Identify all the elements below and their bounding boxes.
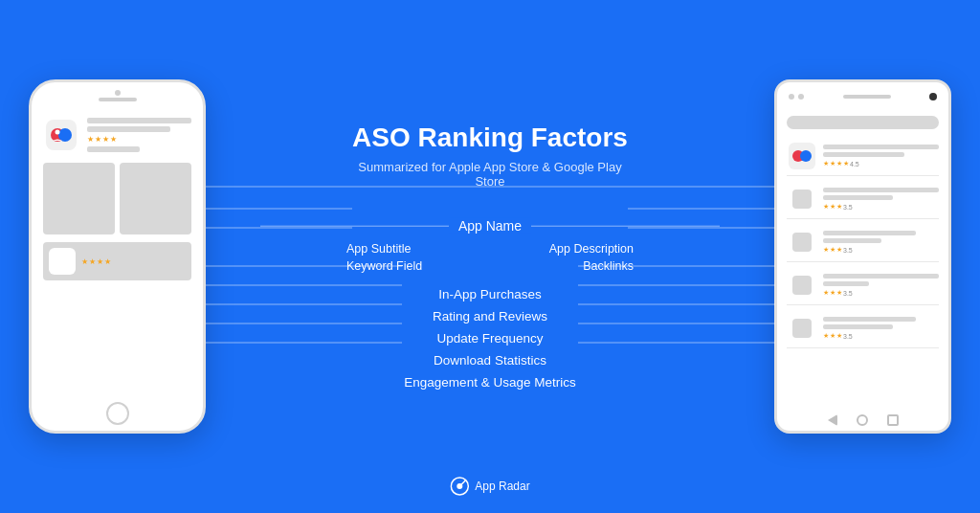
gplay-info-2: ★ ★ ★ 3.5	[823, 231, 939, 254]
android-recents-button[interactable]	[887, 414, 899, 426]
gplay-rating-text: 4.5	[850, 161, 859, 167]
rating-reviews-label: Rating and Reviews	[346, 305, 634, 325]
screenshot-1	[43, 163, 115, 234]
b1b	[823, 195, 893, 200]
ios-stars: ★ ★ ★ ★	[87, 135, 191, 144]
ios-vol-up-button	[29, 159, 31, 180]
android-home-button[interactable]	[857, 414, 868, 426]
svg-point-21	[800, 150, 812, 162]
brand-name: App Radar	[475, 480, 529, 493]
gplay-app-row-3: ★ ★ ★ 3.5	[787, 266, 939, 305]
gplay-icon-1	[787, 184, 817, 214]
stars-r1: ★ ★ ★ 3.5	[823, 203, 939, 211]
b4a	[823, 317, 916, 322]
subtitle: Summarized for Apple App Store & Google …	[346, 159, 634, 188]
s1: ★	[81, 257, 88, 266]
s3: ★	[97, 257, 103, 266]
ios-vol-down-button	[29, 186, 31, 207]
gplay-featured-info: ★ ★ ★ ★ 4.5	[823, 145, 939, 167]
ios-top-area	[99, 90, 137, 101]
b3b	[823, 281, 869, 286]
ios-app-row-1: ★ ★ ★ ★	[43, 242, 191, 280]
main-title: ASO Ranking Factors	[346, 122, 634, 154]
star-4: ★	[110, 135, 117, 144]
ios-phone-container: ★ ★ ★ ★	[29, 79, 206, 434]
gplay-app-row-4: ★ ★ ★ 3.5	[787, 309, 939, 348]
ios-home-button[interactable]	[106, 402, 129, 425]
gplay-featured-app: ★ ★ ★ ★ 4.5	[787, 137, 939, 176]
ios-power-button	[204, 159, 206, 188]
b4b	[823, 324, 893, 329]
star-3: ★	[102, 135, 109, 144]
section-info-1: ★ ★ ★ ★	[81, 249, 186, 275]
stars-r4: ★ ★ ★ 3.5	[823, 332, 939, 340]
keyword-backlinks-row: Keyword Field Backlinks	[346, 258, 634, 272]
gs1: ★	[823, 160, 829, 167]
gplay-featured-stars: ★ ★ ★ ★ 4.5	[823, 160, 939, 167]
android-dots	[789, 94, 804, 100]
small-icon-1	[49, 248, 76, 275]
ios-app-info: ★ ★ ★ ★	[87, 118, 191, 152]
update-frequency-label: Update Frequency	[346, 327, 634, 347]
android-speaker	[843, 95, 891, 99]
ios-screenshots	[43, 163, 191, 234]
info-bar-1b	[81, 269, 144, 275]
s2: ★	[89, 257, 96, 266]
android-bottom-nav	[777, 410, 948, 431]
gplay-info-1: ★ ★ ★ 3.5	[823, 188, 939, 211]
star-2: ★	[95, 135, 101, 144]
star-1: ★	[87, 135, 94, 144]
android-top-bar	[777, 82, 948, 111]
app-button-bar	[87, 146, 140, 152]
ios-camera	[115, 90, 121, 96]
app-name-row: App Name	[346, 216, 634, 234]
gplay-featured-icon	[787, 141, 817, 171]
gplay-app-row-1: ★ ★ ★ 3.5	[787, 180, 939, 219]
in-app-purchases-label: In-App Purchases	[346, 283, 634, 303]
info-bar-1a	[81, 249, 186, 255]
dot-2	[798, 94, 804, 100]
app-name-bar	[87, 118, 191, 123]
gplay-icon-4	[787, 313, 817, 344]
android-back-button[interactable]	[828, 414, 837, 426]
gplay-info-4: ★ ★ ★ 3.5	[823, 317, 939, 340]
subtitle-description-row: App Subtitle App Description	[346, 241, 634, 255]
gplay-app-row-2: ★ ★ ★ 3.5	[787, 223, 939, 262]
gplay-icon-2	[787, 227, 817, 257]
android-camera	[929, 93, 937, 100]
app-name-label: App Name	[449, 217, 531, 233]
dot-1	[789, 94, 794, 100]
gs2: ★	[830, 160, 835, 167]
b2a	[823, 231, 916, 235]
app-header-section: ★ ★ ★ ★	[43, 117, 191, 153]
app-subtitle-bar	[87, 126, 170, 132]
center-factors-list: In-App Purchases Rating and Reviews Upda…	[346, 283, 634, 391]
ios-speaker	[99, 98, 137, 101]
stars-r2: ★ ★ ★ 3.5	[823, 246, 939, 254]
svg-point-17	[58, 128, 72, 142]
gplay-icon-3	[787, 270, 817, 301]
screenshot-2	[120, 163, 191, 234]
gplay-info-3: ★ ★ ★ 3.5	[823, 274, 939, 297]
app-description-label: App Description	[549, 241, 634, 255]
android-phone-container: ★ ★ ★ ★ 4.5 ★	[774, 79, 951, 434]
b2b	[823, 238, 881, 243]
backlinks-label: Backlinks	[583, 258, 634, 272]
engagement-metrics-label: Engagement & Usage Metrics	[346, 371, 634, 391]
app-radar-logo	[450, 477, 469, 496]
keyword-field-label: Keyword Field	[346, 258, 422, 272]
ios-silent-switch	[29, 135, 31, 152]
gplay-search-bar	[787, 116, 939, 129]
gs4: ★	[843, 160, 849, 167]
gplay-name-bar	[823, 145, 939, 149]
ios-phone: ★ ★ ★ ★	[29, 79, 206, 434]
svg-point-18	[56, 130, 60, 135]
b1a	[823, 188, 939, 192]
gplay-name-bar2	[823, 152, 904, 157]
download-statistics-label: Download Statistics	[346, 349, 634, 369]
stars-r3: ★ ★ ★ 3.5	[823, 289, 939, 297]
main-container: ★ ★ ★ ★	[0, 0, 980, 513]
app-subtitle-label: App Subtitle	[346, 241, 411, 255]
b3a	[823, 274, 939, 279]
s4: ★	[104, 257, 111, 266]
